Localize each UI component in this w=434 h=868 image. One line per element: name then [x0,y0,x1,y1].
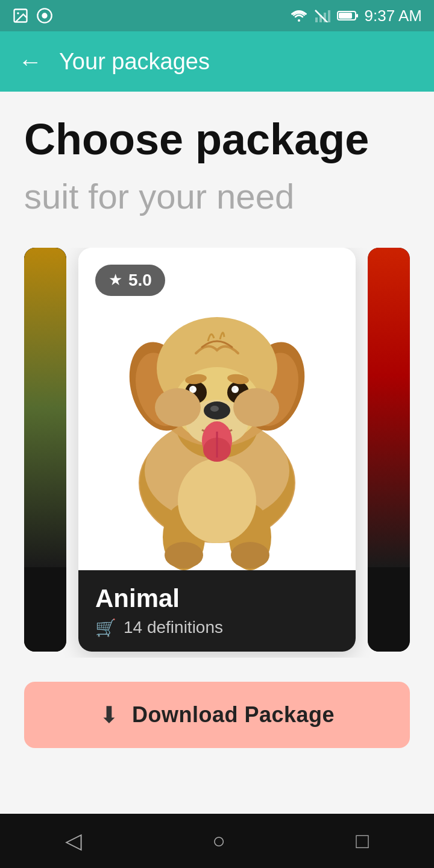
svg-point-19 [165,542,203,568]
svg-rect-6 [315,17,318,22]
status-time: 9:37 AM [365,7,422,25]
partial-right-bg [368,248,410,652]
svg-point-44 [155,388,201,427]
download-section: ⬇ Download Package [24,658,410,766]
rating-badge: ★ 5.0 [95,265,165,296]
card-title: Animal [95,584,339,613]
package-card-animal[interactable]: ★ 5.0 Animal 🛒 14 definitions [78,248,356,652]
back-button[interactable]: ← [18,49,42,74]
card-partial-right[interactable] [368,248,410,652]
svg-point-32 [210,406,219,412]
rating-star-icon: ★ [108,271,122,289]
download-label: Download Package [132,702,335,728]
dog-image [90,248,344,570]
svg-point-20 [231,542,269,568]
svg-point-21 [178,459,256,543]
signal-icon [314,9,331,22]
status-bar-left [12,7,53,24]
cart-icon: 🛒 [95,618,116,638]
svg-rect-11 [339,13,352,19]
hero-subheading: suit for your need [24,175,410,218]
status-bar-right: 9:37 AM [290,7,422,25]
battery-icon [337,10,359,22]
svg-rect-9 [328,10,330,22]
status-bar: 9:37 AM [0,0,434,31]
package-carousel[interactable]: ★ 5.0 Animal 🛒 14 definitions [24,248,410,658]
svg-rect-12 [356,14,358,17]
nav-recent-button[interactable]: □ [338,822,387,860]
svg-point-3 [42,13,47,18]
download-package-button[interactable]: ⬇ Download Package [24,682,410,748]
definitions-text: 14 definitions [124,618,223,637]
svg-point-37 [190,387,193,391]
nav-back-button[interactable]: ◁ [47,822,100,860]
nav-home-button[interactable]: ○ [194,822,244,860]
card-partial-left[interactable] [24,248,66,652]
bottom-nav: ◁ ○ □ [0,814,434,868]
card-info-overlay: Animal 🛒 14 definitions [78,570,356,652]
hero-heading: Choose package [24,116,410,163]
app-bar-title: Your packages [59,49,210,75]
card-definitions: 🛒 14 definitions [95,618,339,638]
main-content: Choose package suit for your need [0,92,434,815]
svg-rect-7 [319,15,322,22]
sim-icon [36,7,53,24]
download-icon: ⬇ [99,702,119,728]
app-bar: ← Your packages [0,31,434,92]
rating-number: 5.0 [128,271,152,290]
wifi-icon [290,9,308,22]
gallery-icon [12,7,29,24]
partial-left-bg [24,248,66,652]
svg-point-1 [17,12,19,14]
svg-point-38 [232,387,236,391]
svg-point-45 [233,388,279,427]
card-image-area: ★ 5.0 [78,248,356,570]
svg-point-4 [298,19,300,22]
svg-rect-8 [324,13,326,22]
